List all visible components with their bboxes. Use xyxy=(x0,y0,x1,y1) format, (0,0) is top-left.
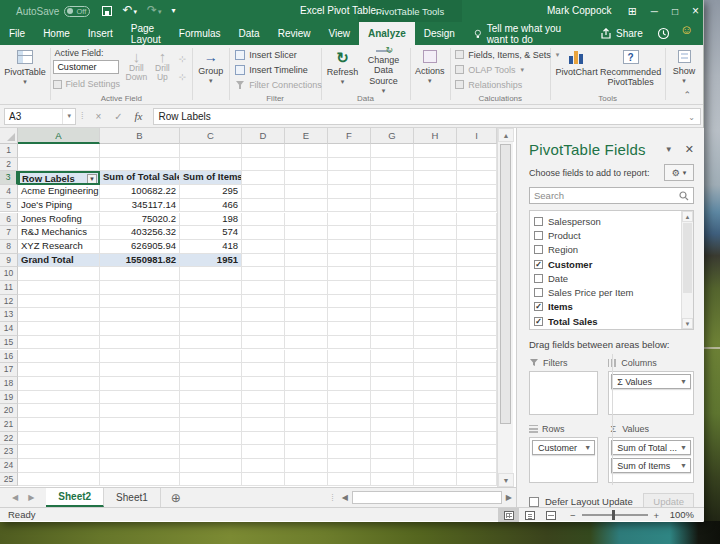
cell-A18[interactable] xyxy=(18,377,100,391)
cell-H19[interactable] xyxy=(414,391,457,405)
cell-G10[interactable] xyxy=(371,267,414,281)
cell-G15[interactable] xyxy=(371,336,414,350)
cell-D13[interactable] xyxy=(242,308,285,322)
minimize-button[interactable]: ─ xyxy=(651,6,658,17)
cell-G12[interactable] xyxy=(371,295,414,309)
cell-I7[interactable] xyxy=(457,226,497,240)
zoom-in-icon[interactable]: + xyxy=(654,510,660,521)
cell-G6[interactable] xyxy=(371,213,414,227)
field-checkbox[interactable] xyxy=(534,245,543,254)
cell-I18[interactable] xyxy=(457,377,497,391)
cell-D17[interactable] xyxy=(242,363,285,377)
cell-G25[interactable] xyxy=(371,473,414,487)
cell-B14[interactable] xyxy=(100,322,180,336)
row-header-8[interactable]: 8 xyxy=(0,240,18,254)
page-layout-view-button[interactable] xyxy=(519,508,540,522)
cell-E20[interactable] xyxy=(285,404,328,418)
filter-connections-button[interactable]: Filter Connections xyxy=(235,77,318,92)
cell-F9[interactable] xyxy=(328,254,371,268)
cell-G23[interactable] xyxy=(371,445,414,459)
vertical-scroll-thumb[interactable] xyxy=(500,144,511,424)
collapse-field-icon[interactable]: ⊹ xyxy=(179,72,187,82)
row-header-11[interactable]: 11 xyxy=(0,281,18,295)
cell-G11[interactable] xyxy=(371,281,414,295)
cell-C8[interactable]: 418 xyxy=(180,240,242,254)
cell-D10[interactable] xyxy=(242,267,285,281)
cell-G18[interactable] xyxy=(371,377,414,391)
cell-D21[interactable] xyxy=(242,418,285,432)
row-header-3[interactable]: 3 xyxy=(0,171,18,185)
cell-I11[interactable] xyxy=(457,281,497,295)
fields-items-sets-button[interactable]: Fields, Items, & Sets ▾ xyxy=(455,47,547,62)
row-header-4[interactable]: 4 xyxy=(0,185,18,199)
cell-I23[interactable] xyxy=(457,445,497,459)
cell-B7[interactable]: 403256.32 xyxy=(100,226,180,240)
cell-D2[interactable] xyxy=(242,158,285,172)
cell-H15[interactable] xyxy=(414,336,457,350)
cell-B8[interactable]: 626905.94 xyxy=(100,240,180,254)
cell-E25[interactable] xyxy=(285,473,328,487)
cell-E21[interactable] xyxy=(285,418,328,432)
show-button[interactable]: Show ▾ xyxy=(668,47,700,92)
cell-I21[interactable] xyxy=(457,418,497,432)
cell-D11[interactable] xyxy=(242,281,285,295)
relationships-button[interactable]: Relationships xyxy=(455,77,547,92)
values-area-box[interactable]: Sum of Total ...▼Sum of Items▼ xyxy=(608,437,694,483)
cell-F12[interactable] xyxy=(328,295,371,309)
pill-caret-icon[interactable]: ▼ xyxy=(677,444,687,451)
cell-C7[interactable]: 574 xyxy=(180,226,242,240)
cell-G22[interactable] xyxy=(371,432,414,446)
cell-A8[interactable]: XYZ Research xyxy=(18,240,100,254)
cell-B23[interactable] xyxy=(100,445,180,459)
cell-E16[interactable] xyxy=(285,350,328,364)
recommended-pivottables-button[interactable]: ? Recommended PivotTables xyxy=(600,47,662,92)
cell-F18[interactable] xyxy=(328,377,371,391)
columns-area-box[interactable]: Σ Values▼ xyxy=(608,371,694,415)
cell-A3[interactable]: Row Labels▼ xyxy=(18,171,100,185)
cell-H8[interactable] xyxy=(414,240,457,254)
cell-C19[interactable] xyxy=(180,391,242,405)
cell-G8[interactable] xyxy=(371,240,414,254)
cell-E12[interactable] xyxy=(285,295,328,309)
scrollbar-resize-handle[interactable]: ⁞ xyxy=(327,488,338,507)
cell-A16[interactable] xyxy=(18,350,100,364)
row-header-18[interactable]: 18 xyxy=(0,377,18,391)
cell-G2[interactable] xyxy=(371,158,414,172)
field-item-date[interactable]: Date xyxy=(534,271,679,285)
field-checkbox[interactable] xyxy=(534,231,543,240)
cell-C5[interactable]: 466 xyxy=(180,199,242,213)
cell-E18[interactable] xyxy=(285,377,328,391)
cell-F6[interactable] xyxy=(328,213,371,227)
cell-C16[interactable] xyxy=(180,350,242,364)
pill--values[interactable]: Σ Values▼ xyxy=(611,374,691,389)
cell-I12[interactable] xyxy=(457,295,497,309)
cell-E13[interactable] xyxy=(285,308,328,322)
cell-H22[interactable] xyxy=(414,432,457,446)
cell-B3[interactable]: Sum of Total Sales xyxy=(100,171,180,185)
column-header-C[interactable]: C xyxy=(180,128,242,144)
pill-caret-icon[interactable]: ▼ xyxy=(581,444,591,451)
tab-formulas[interactable]: Formulas xyxy=(170,22,230,45)
cell-H12[interactable] xyxy=(414,295,457,309)
cell-H18[interactable] xyxy=(414,377,457,391)
cell-A11[interactable] xyxy=(18,281,100,295)
cell-A1[interactable] xyxy=(18,144,100,158)
cell-F8[interactable] xyxy=(328,240,371,254)
cell-E1[interactable] xyxy=(285,144,328,158)
cell-I3[interactable] xyxy=(457,171,497,185)
cell-I14[interactable] xyxy=(457,322,497,336)
insert-timeline-button[interactable]: Insert Timeline xyxy=(235,62,318,77)
cell-B18[interactable] xyxy=(100,377,180,391)
row-header-23[interactable]: 23 xyxy=(0,445,18,459)
filters-area-box[interactable] xyxy=(529,371,598,415)
cell-I15[interactable] xyxy=(457,336,497,350)
cell-A14[interactable] xyxy=(18,322,100,336)
active-field-input[interactable]: Customer xyxy=(53,60,119,74)
cell-I22[interactable] xyxy=(457,432,497,446)
cell-B13[interactable] xyxy=(100,308,180,322)
cell-F17[interactable] xyxy=(328,363,371,377)
horizontal-scroll-thumb[interactable] xyxy=(352,491,502,504)
cell-H20[interactable] xyxy=(414,404,457,418)
cell-A20[interactable] xyxy=(18,404,100,418)
cell-A4[interactable]: Acme Engineering xyxy=(18,185,100,199)
